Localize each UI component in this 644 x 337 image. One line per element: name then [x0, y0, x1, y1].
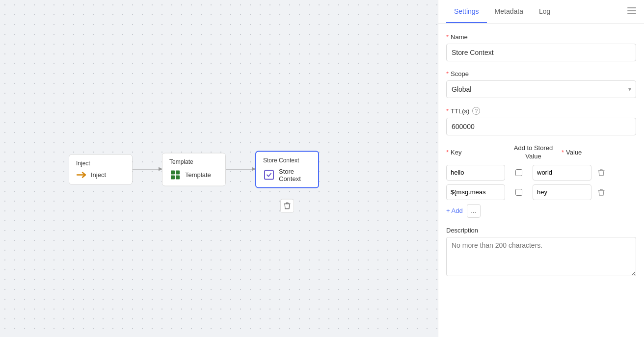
store-context-node-content: Store Context	[263, 167, 311, 182]
scope-label: * Scope	[446, 70, 636, 78]
inject-node-label: Inject	[91, 171, 106, 179]
svg-rect-6	[627, 10, 636, 11]
svg-rect-2	[171, 175, 175, 179]
name-section: * Name	[446, 33, 636, 61]
template-node[interactable]: Template Template	[162, 153, 226, 186]
arrow-line-2	[226, 169, 255, 170]
inject-node[interactable]: Inject Inject	[69, 154, 133, 184]
store-context-node-wrapper: Store Context Store Context	[255, 151, 319, 188]
panel-menu-icon[interactable]	[627, 7, 636, 16]
scope-select-wrapper: Global Flow Local ▾	[446, 80, 636, 98]
kv-delete-button-2[interactable]	[595, 186, 607, 198]
svg-rect-7	[627, 13, 636, 14]
add-kv-button[interactable]: + Add	[446, 207, 463, 214]
flow-nodes: Inject Inject Template	[69, 151, 319, 188]
trash-container	[280, 199, 294, 212]
scope-select[interactable]: Global Flow Local	[446, 80, 636, 98]
inject-node-title: Inject	[76, 159, 125, 166]
ttl-help-icon[interactable]: ?	[472, 107, 480, 115]
kv-section: * Key Add to Stored Value * Value	[446, 144, 636, 218]
svg-rect-5	[627, 7, 636, 8]
ttl-section: * TTL(s) ?	[446, 107, 636, 135]
kv-checkbox-1	[509, 169, 529, 176]
inject-node-content: Inject	[76, 170, 125, 179]
tab-settings[interactable]: Settings	[446, 0, 487, 23]
description-label: Description	[446, 227, 636, 234]
svg-rect-3	[176, 175, 180, 179]
name-input[interactable]	[446, 44, 636, 61]
arrow-connector-2	[226, 169, 255, 170]
right-panel: Settings Metadata Log * Name * Scop	[438, 0, 644, 337]
kv-row	[446, 184, 636, 200]
kv-add-stored-checkbox-2[interactable]	[515, 189, 522, 196]
delete-node-button[interactable]	[280, 199, 294, 212]
add-row: + Add ...	[446, 204, 636, 218]
scope-section: * Scope Global Flow Local ▾	[446, 70, 636, 98]
kv-key-input-1[interactable]	[446, 165, 505, 181]
svg-rect-1	[176, 170, 180, 174]
inject-node-wrapper: Inject Inject	[69, 154, 133, 184]
svg-rect-0	[171, 170, 175, 174]
kv-value-header: * Value	[562, 149, 620, 156]
store-context-node-title: Store Context	[263, 156, 311, 163]
tab-log[interactable]: Log	[531, 0, 558, 23]
panel-body: * Name * Scope Global Flow Local ▾	[438, 24, 644, 337]
description-textarea[interactable]	[446, 237, 636, 276]
arrow-connector-1	[133, 169, 162, 170]
name-required-star: *	[446, 33, 449, 41]
scope-required-star: *	[446, 70, 449, 78]
template-node-label: Template	[185, 171, 211, 179]
svg-rect-4	[265, 170, 273, 179]
kv-add-stored-header: Add to Stored Value	[509, 144, 558, 161]
store-context-icon	[263, 169, 275, 181]
kv-delete-button-1[interactable]	[595, 167, 607, 179]
template-node-wrapper: Template Template	[162, 153, 226, 186]
kv-header: * Key Add to Stored Value * Value	[446, 144, 636, 161]
more-options-button[interactable]: ...	[467, 204, 481, 218]
kv-key-input-2[interactable]	[446, 184, 505, 200]
arrow-line-1	[133, 169, 162, 170]
store-context-node-label: Store Context	[279, 167, 311, 182]
ttl-input[interactable]	[446, 118, 636, 135]
kv-value-input-2[interactable]	[533, 184, 591, 200]
kv-add-stored-checkbox-1[interactable]	[515, 169, 522, 176]
kv-checkbox-2	[509, 189, 529, 196]
kv-row	[446, 165, 636, 181]
canvas-area: Inject Inject Template	[0, 0, 438, 337]
kv-key-header: * Key	[446, 149, 505, 156]
panel-header: Settings Metadata Log	[438, 0, 644, 24]
inject-icon	[76, 170, 87, 179]
tab-metadata[interactable]: Metadata	[487, 0, 531, 23]
template-icon	[169, 169, 181, 181]
ttl-required-star: *	[446, 107, 449, 115]
template-node-content: Template	[169, 169, 218, 181]
kv-value-input-1[interactable]	[533, 165, 591, 181]
description-section: Description	[446, 227, 636, 278]
ttl-label: * TTL(s) ?	[446, 107, 636, 115]
panel-tabs: Settings Metadata Log	[446, 0, 558, 23]
store-context-node[interactable]: Store Context Store Context	[255, 151, 319, 188]
name-label: * Name	[446, 33, 636, 41]
template-node-title: Template	[169, 158, 218, 165]
